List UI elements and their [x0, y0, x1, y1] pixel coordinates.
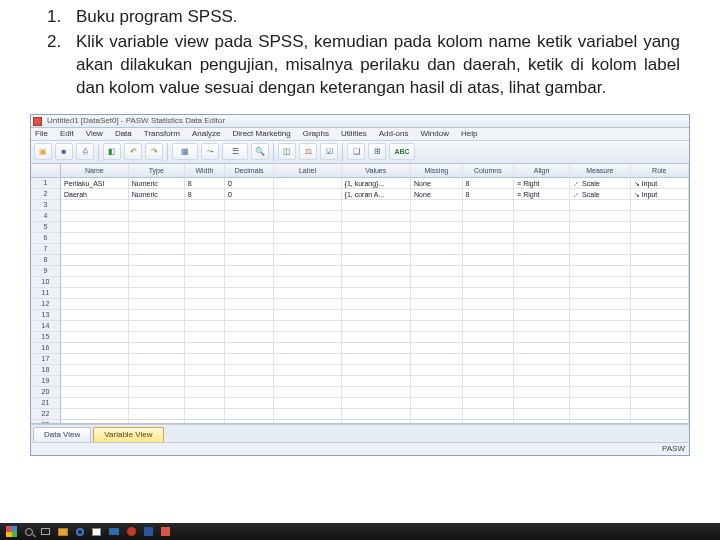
empty-cell[interactable]	[514, 277, 570, 288]
empty-cell[interactable]	[341, 354, 410, 365]
table-row[interactable]	[61, 365, 689, 376]
empty-cell[interactable]	[184, 398, 224, 409]
empty-cell[interactable]	[61, 332, 128, 343]
empty-cell[interactable]	[61, 387, 128, 398]
row-number[interactable]: 4	[31, 211, 60, 222]
empty-cell[interactable]	[225, 343, 274, 354]
empty-cell[interactable]	[274, 376, 341, 387]
empty-cell[interactable]	[514, 398, 570, 409]
col-type[interactable]: Type	[128, 164, 184, 178]
cell-align[interactable]: ≡ Right	[514, 189, 570, 200]
empty-cell[interactable]	[514, 299, 570, 310]
empty-cell[interactable]	[61, 277, 128, 288]
empty-cell[interactable]	[61, 343, 128, 354]
empty-cell[interactable]	[274, 255, 341, 266]
col-columns[interactable]: Columns	[462, 164, 514, 178]
empty-cell[interactable]	[514, 365, 570, 376]
redo-button[interactable]: ↷	[145, 143, 163, 160]
empty-cell[interactable]	[274, 332, 341, 343]
empty-cell[interactable]	[225, 365, 274, 376]
table-row[interactable]	[61, 409, 689, 420]
row-number[interactable]: 21	[31, 398, 60, 409]
empty-cell[interactable]	[225, 420, 274, 423]
empty-cell[interactable]	[128, 288, 184, 299]
row-number[interactable]: 22	[31, 409, 60, 420]
empty-cell[interactable]	[225, 277, 274, 288]
empty-cell[interactable]	[128, 200, 184, 211]
col-label[interactable]: Label	[274, 164, 341, 178]
cell-measure[interactable]: ⟋ Scale	[570, 189, 631, 200]
row-number[interactable]: 11	[31, 288, 60, 299]
empty-cell[interactable]	[630, 321, 688, 332]
row-number[interactable]: 18	[31, 365, 60, 376]
empty-cell[interactable]	[184, 354, 224, 365]
empty-cell[interactable]	[225, 321, 274, 332]
cell-type[interactable]: Numeric	[128, 189, 184, 200]
undo-button[interactable]: ↶	[124, 143, 142, 160]
spellcheck-button[interactable]: ABC	[389, 143, 415, 160]
menu-view[interactable]: View	[86, 130, 103, 138]
row-number[interactable]: 5	[31, 222, 60, 233]
empty-cell[interactable]	[514, 288, 570, 299]
empty-cell[interactable]	[411, 343, 463, 354]
empty-cell[interactable]	[411, 420, 463, 423]
opera-icon[interactable]	[127, 527, 136, 536]
empty-cell[interactable]	[61, 299, 128, 310]
table-row[interactable]	[61, 387, 689, 398]
empty-cell[interactable]	[630, 343, 688, 354]
col-measure[interactable]: Measure	[570, 164, 631, 178]
col-decimals[interactable]: Decimals	[225, 164, 274, 178]
task-view-icon[interactable]	[41, 528, 50, 535]
search-icon[interactable]	[25, 528, 33, 536]
empty-cell[interactable]	[514, 387, 570, 398]
empty-cell[interactable]	[128, 365, 184, 376]
empty-cell[interactable]	[184, 365, 224, 376]
empty-cell[interactable]	[514, 255, 570, 266]
empty-cell[interactable]	[274, 233, 341, 244]
table-row[interactable]	[61, 211, 689, 222]
empty-cell[interactable]	[341, 255, 410, 266]
row-number[interactable]: 19	[31, 376, 60, 387]
empty-cell[interactable]	[514, 244, 570, 255]
empty-cell[interactable]	[61, 376, 128, 387]
empty-cell[interactable]	[184, 343, 224, 354]
cell-name[interactable]: Daerah	[61, 189, 128, 200]
empty-cell[interactable]	[225, 244, 274, 255]
empty-cell[interactable]	[184, 244, 224, 255]
windows-start-icon[interactable]	[6, 526, 17, 537]
empty-cell[interactable]	[514, 310, 570, 321]
empty-cell[interactable]	[630, 266, 688, 277]
empty-cell[interactable]	[341, 310, 410, 321]
row-number[interactable]: 6	[31, 233, 60, 244]
empty-cell[interactable]	[570, 420, 631, 423]
col-values[interactable]: Values	[341, 164, 410, 178]
empty-cell[interactable]	[61, 233, 128, 244]
empty-cell[interactable]	[341, 387, 410, 398]
empty-cell[interactable]	[570, 200, 631, 211]
table-row[interactable]	[61, 376, 689, 387]
empty-cell[interactable]	[128, 277, 184, 288]
empty-cell[interactable]	[630, 420, 688, 423]
empty-cell[interactable]	[570, 288, 631, 299]
row-number[interactable]: 15	[31, 332, 60, 343]
empty-cell[interactable]	[570, 310, 631, 321]
cell-decimals[interactable]: 0	[225, 189, 274, 200]
empty-cell[interactable]	[411, 233, 463, 244]
empty-cell[interactable]	[128, 310, 184, 321]
menu-edit[interactable]: Edit	[60, 130, 74, 138]
empty-cell[interactable]	[274, 420, 341, 423]
empty-cell[interactable]	[61, 288, 128, 299]
cell-decimals[interactable]: 0	[225, 178, 274, 189]
table-row[interactable]	[61, 200, 689, 211]
cell-align[interactable]: ≡ Right	[514, 178, 570, 189]
empty-cell[interactable]	[462, 222, 514, 233]
table-row[interactable]	[61, 255, 689, 266]
empty-cell[interactable]	[341, 420, 410, 423]
empty-cell[interactable]	[570, 211, 631, 222]
empty-cell[interactable]	[514, 354, 570, 365]
empty-cell[interactable]	[184, 200, 224, 211]
empty-cell[interactable]	[274, 343, 341, 354]
empty-cell[interactable]	[630, 365, 688, 376]
empty-cell[interactable]	[630, 233, 688, 244]
tab-data-view[interactable]: Data View	[33, 427, 91, 442]
